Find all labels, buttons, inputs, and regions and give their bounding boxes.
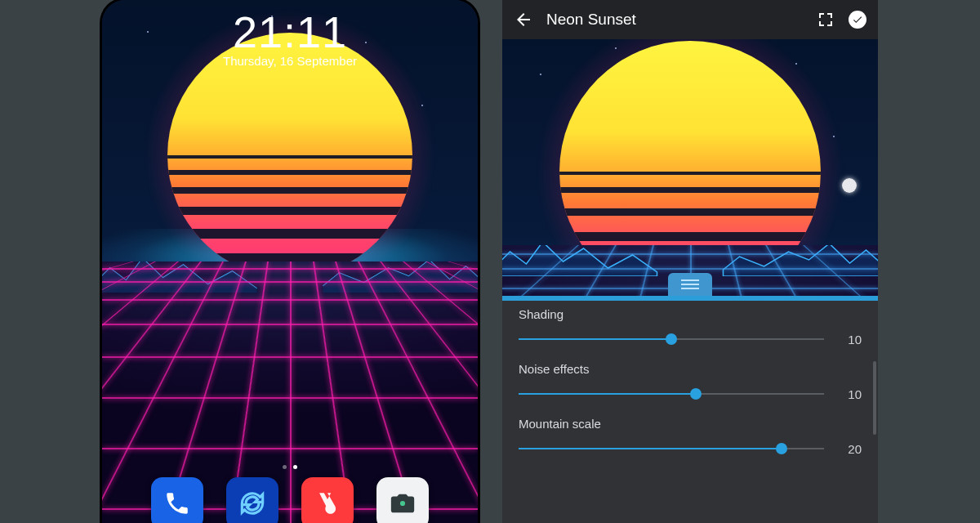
preview-marker[interactable] bbox=[842, 178, 857, 193]
phone-icon bbox=[163, 489, 191, 517]
vivaldi-icon bbox=[314, 489, 341, 517]
settings-title: Neon Sunset bbox=[546, 11, 803, 29]
slider[interactable] bbox=[519, 329, 824, 349]
lockscreen-clock: 21:11 Thursday, 16 September bbox=[102, 7, 478, 68]
settings-sheet: Shading10Noise effects10Mountain scale20 bbox=[502, 296, 878, 523]
back-icon[interactable] bbox=[514, 10, 533, 29]
check-icon bbox=[852, 14, 863, 25]
page-dot-active bbox=[293, 465, 297, 469]
sync-icon bbox=[237, 488, 268, 519]
slider-value: 20 bbox=[839, 442, 862, 456]
clock-date: Thursday, 16 September bbox=[102, 54, 478, 68]
slider[interactable] bbox=[519, 384, 824, 404]
phone-lockscreen: 21:11 Thursday, 16 September bbox=[102, 0, 478, 523]
fullscreen-icon[interactable] bbox=[816, 10, 835, 29]
dock bbox=[102, 477, 478, 523]
sheet-handle[interactable] bbox=[668, 273, 712, 296]
clock-time: 21:11 bbox=[102, 7, 478, 57]
phone-settings: Neon Sunset Shading10Noise effects10Moun… bbox=[502, 0, 878, 523]
svg-point-0 bbox=[400, 501, 405, 506]
setting-label: Shading bbox=[519, 307, 862, 321]
slider-value: 10 bbox=[839, 387, 862, 401]
app-vivaldi[interactable] bbox=[301, 477, 354, 523]
setting-row-shading: Shading10 bbox=[519, 307, 862, 349]
camera-icon bbox=[389, 489, 416, 517]
slider[interactable] bbox=[519, 439, 824, 458]
sheet-accent bbox=[502, 296, 878, 301]
apply-button[interactable] bbox=[849, 11, 866, 29]
slider-value: 10 bbox=[839, 333, 862, 346]
app-sync[interactable] bbox=[226, 477, 278, 523]
app-phone[interactable] bbox=[151, 477, 203, 523]
app-camera[interactable] bbox=[376, 477, 429, 523]
setting-row-mountain-scale: Mountain scale20 bbox=[519, 417, 862, 458]
scrollbar[interactable] bbox=[873, 361, 876, 435]
setting-row-noise-effects: Noise effects10 bbox=[519, 362, 862, 404]
page-indicator bbox=[102, 465, 478, 469]
setting-label: Mountain scale bbox=[519, 417, 862, 431]
page-dot bbox=[283, 465, 287, 469]
settings-topbar: Neon Sunset bbox=[502, 0, 878, 39]
setting-label: Noise effects bbox=[519, 362, 862, 376]
retro-sun bbox=[167, 33, 412, 278]
